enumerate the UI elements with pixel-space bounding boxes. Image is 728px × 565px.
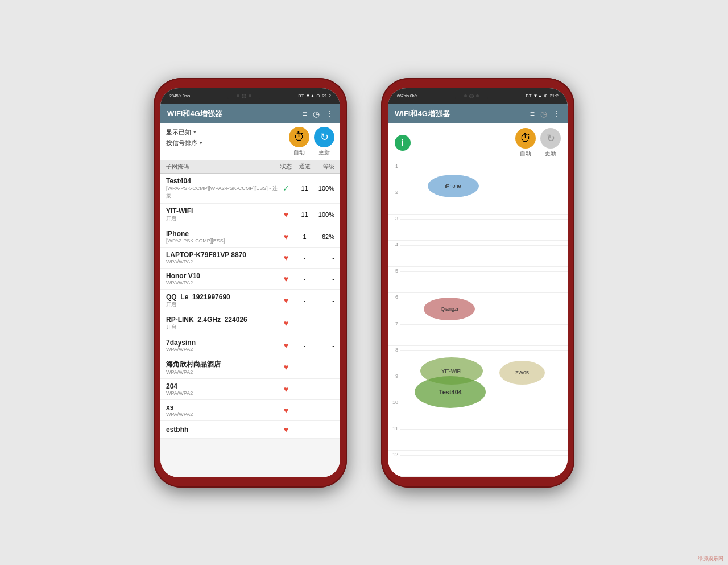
chart-clock-icon: ⏱ bbox=[520, 131, 531, 145]
wifi-level: 100% bbox=[315, 185, 334, 192]
status-left-text: 2845/s 0b/s bbox=[169, 94, 190, 98]
status-heart-icon: ♥ bbox=[284, 253, 288, 262]
wifi-item[interactable]: QQ_Le_1921997690 开启 ♥ - - bbox=[160, 290, 340, 312]
chart-refresh-button[interactable]: ↻ bbox=[540, 128, 561, 149]
wifi-level: 100% bbox=[315, 211, 334, 218]
toolbar-actions-left: ⏱ 自动 ↻ 更新 bbox=[289, 127, 334, 156]
menu-icon-right[interactable]: ≡ bbox=[530, 109, 535, 118]
wifi-detail: WPA/WPA2 bbox=[166, 369, 278, 375]
refresh-button[interactable]: ↻ bbox=[314, 127, 334, 147]
clock-icon-right[interactable]: ◷ bbox=[540, 109, 547, 118]
status-heart-icon: ♥ bbox=[284, 210, 288, 219]
wifi-channel: - bbox=[295, 386, 315, 393]
chart-auto-button[interactable]: ⏱ bbox=[515, 128, 536, 149]
app-bar-icons-right[interactable]: ≡ ◷ ⋮ bbox=[530, 109, 561, 118]
wifi-item[interactable]: xs WPA/WPA2 ♥ - - bbox=[160, 400, 340, 421]
wifi-status: ♥ bbox=[278, 362, 295, 372]
app-title-right: WIFI和4G增强器 bbox=[395, 109, 450, 119]
wifi-name: YIT-WIFI bbox=[166, 207, 278, 215]
wifi-channel: 11 bbox=[295, 185, 315, 192]
app-bar-icons-left[interactable]: ≡ ◷ ⋮ bbox=[303, 109, 333, 118]
wifi-detail: WPA/WPA2 bbox=[166, 390, 278, 396]
wifi-detail: 开启 bbox=[166, 301, 278, 308]
wifi-detail: WPA/WPA2 bbox=[166, 347, 278, 352]
filter-sort-arrow: ▾ bbox=[200, 140, 202, 146]
wifi-item[interactable]: RP-LINK_2.4GHz_224026 开启 ♥ - - bbox=[160, 312, 340, 335]
wifi-level: - bbox=[315, 297, 334, 304]
wifi-name: Test404 bbox=[166, 177, 278, 185]
wifi-level: - bbox=[315, 275, 334, 282]
wifi-level: - bbox=[315, 364, 334, 370]
chart-toolbar-actions: ⏱ 自动 ↻ 更新 bbox=[515, 128, 561, 158]
clock-icon-auto: ⏱ bbox=[293, 130, 305, 143]
wifi-name: Honor V10 bbox=[166, 272, 278, 280]
wifi-item[interactable]: 204 WPA/WPA2 ♥ - - bbox=[160, 379, 340, 400]
wifi-item[interactable]: Test404 [WPA-PSK-CCMP][WPA2-PSK-CCMP][ES… bbox=[160, 174, 340, 204]
status-icons-left: BT ▼▲ ⊕ 21:2 bbox=[298, 93, 331, 98]
filter-known-arrow: ▾ bbox=[193, 129, 196, 135]
refresh-btn-wrap: ↻ 更新 bbox=[314, 127, 334, 156]
status-heart-icon: ♥ bbox=[284, 425, 288, 434]
chart-auto-wrap: ⏱ 自动 bbox=[515, 128, 536, 158]
status-heart-icon: ♥ bbox=[284, 319, 288, 328]
toolbar-left: 显示已知 ▾ 按信号排序 ▾ ⏱ 自动 ↻ bbox=[160, 123, 340, 160]
wifi-item[interactable]: YIT-WIFI 开启 ♥ 11 100% bbox=[160, 204, 340, 226]
chart-refresh-label: 更新 bbox=[545, 150, 556, 158]
wifi-item[interactable]: 7daysinn WPA/WPA2 ♥ - - bbox=[160, 335, 340, 356]
wifi-item[interactable]: LAPTOP-K79F81VP 8870 WPA/WPA2 ♥ - - bbox=[160, 248, 340, 269]
info-icon: i bbox=[395, 135, 411, 151]
filter-known[interactable]: 显示已知 ▾ bbox=[166, 127, 289, 138]
refresh-icon: ↻ bbox=[320, 131, 329, 143]
status-heart-icon: ♥ bbox=[284, 341, 288, 350]
wifi-detail: [WPA2-PSK-CCMP][ESS] bbox=[166, 238, 278, 244]
status-bar-right: 667b/s 0b/s BT ▼▲ ⊕ 21:2 bbox=[388, 88, 568, 104]
wifi-status: ✓ bbox=[278, 183, 295, 193]
wifi-detail: [WPA-PSK-CCMP][WPA2-PSK-CCMP][ESS] - 连接 bbox=[166, 185, 278, 200]
wifi-channel: - bbox=[295, 297, 315, 304]
wifi-level: - bbox=[315, 407, 334, 414]
wifi-channel: - bbox=[295, 275, 315, 282]
wifi-item[interactable]: estbhh ♥ bbox=[160, 421, 340, 439]
wifi-name: RP-LINK_2.4GHz_224026 bbox=[166, 316, 278, 324]
auto-btn-wrap: ⏱ 自动 bbox=[289, 127, 309, 156]
wifi-item[interactable]: iPhone [WPA2-PSK-CCMP][ESS] ♥ 1 62% bbox=[160, 226, 340, 248]
wifi-name: estbhh bbox=[166, 426, 278, 434]
wifi-blob: iPhone bbox=[428, 175, 479, 197]
wifi-item[interactable]: Honor V10 WPA/WPA2 ♥ - - bbox=[160, 269, 340, 290]
menu-icon-left[interactable]: ≡ bbox=[303, 109, 307, 118]
status-heart-icon: ♥ bbox=[284, 274, 288, 283]
wifi-channel: - bbox=[295, 320, 315, 327]
wifi-detail: WPA/WPA2 bbox=[166, 280, 278, 286]
status-bar-left: 2845/s 0b/s BT ▼▲ ⊕ 21:2 bbox=[160, 88, 340, 104]
wifi-info: LAPTOP-K79F81VP 8870 WPA/WPA2 bbox=[166, 251, 278, 265]
wifi-info: RP-LINK_2.4GHz_224026 开启 bbox=[166, 316, 278, 331]
wifi-level: - bbox=[315, 342, 334, 349]
clock-icon-left[interactable]: ◷ bbox=[313, 109, 320, 118]
wifi-name: QQ_Le_1921997690 bbox=[166, 293, 278, 301]
wifi-status: ♥ bbox=[278, 384, 295, 394]
wifi-info: QQ_Le_1921997690 开启 bbox=[166, 293, 278, 308]
wifi-info: Test404 [WPA-PSK-CCMP][WPA2-PSK-CCMP][ES… bbox=[166, 177, 278, 200]
wifi-list-scroll[interactable]: Test404 [WPA-PSK-CCMP][WPA2-PSK-CCMP][ES… bbox=[160, 174, 340, 477]
phone-right: 667b/s 0b/s BT ▼▲ ⊕ 21:2 WIFI和4G增强器 ≡ ◷ … bbox=[381, 78, 574, 488]
status-icons-right: BT ▼▲ ⊕ 21:2 bbox=[526, 93, 559, 98]
wifi-status: ♥ bbox=[278, 340, 295, 350]
status-heart-icon: ♥ bbox=[284, 232, 288, 241]
wifi-name: LAPTOP-K79F81VP 8870 bbox=[166, 251, 278, 259]
wifi-channel: - bbox=[295, 342, 315, 349]
more-icon-left[interactable]: ⋮ bbox=[325, 109, 333, 118]
wifi-status: ♥ bbox=[278, 424, 295, 435]
wifi-status: ♥ bbox=[278, 232, 295, 242]
info-row: i ⏱ 自动 ↻ 更新 bbox=[388, 123, 568, 162]
auto-button[interactable]: ⏱ bbox=[289, 127, 309, 147]
more-icon-right[interactable]: ⋮ bbox=[553, 109, 561, 118]
wifi-info: YIT-WIFI 开启 bbox=[166, 207, 278, 222]
wifi-item[interactable]: 海角欣村尚品酒店 WPA/WPA2 ♥ - - bbox=[160, 356, 340, 379]
status-right-text: 667b/s 0b/s bbox=[397, 94, 417, 98]
refresh-label: 更新 bbox=[318, 149, 330, 156]
chart-auto-label: 自动 bbox=[520, 150, 531, 158]
status-heart-icon: ♥ bbox=[284, 362, 288, 372]
app-title-left: WIFI和4G增强器 bbox=[167, 109, 222, 119]
wifi-level: - bbox=[315, 254, 334, 261]
filter-sort[interactable]: 按信号排序 ▾ bbox=[166, 138, 289, 149]
